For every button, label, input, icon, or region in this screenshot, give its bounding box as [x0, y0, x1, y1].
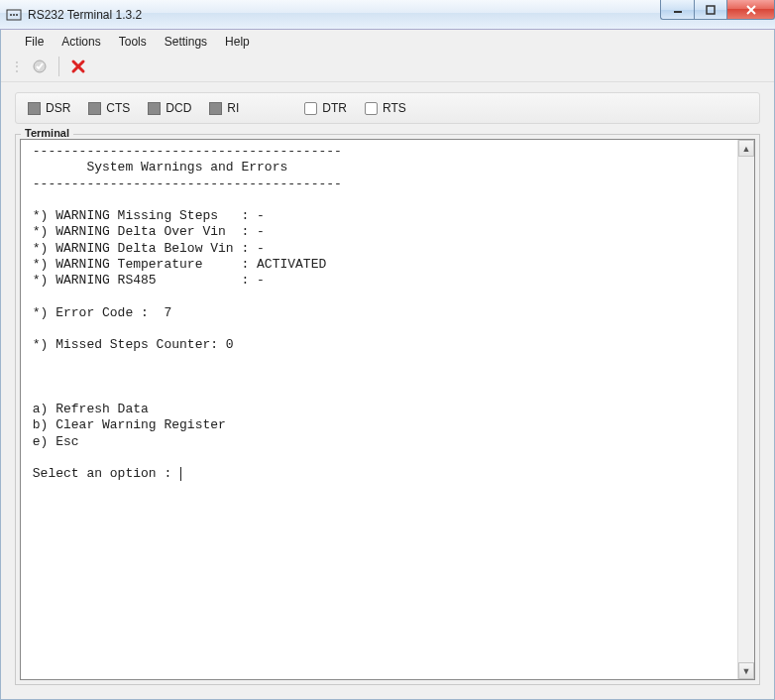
content-area: DSR CTS DCD RI DTR: [1, 82, 774, 699]
menubar: File Actions Tools Settings Help: [1, 30, 774, 54]
checkbox-icon[interactable]: [365, 102, 378, 115]
terminal-scrollbar[interactable]: ▲ ▼: [737, 140, 754, 679]
menu-actions[interactable]: Actions: [54, 33, 108, 51]
toolbar: ⋮: [1, 54, 774, 82]
titlebar[interactable]: RS232 Terminal 1.3.2: [0, 0, 775, 30]
led-icon: [148, 102, 161, 115]
signal-dtr-label: DTR: [322, 101, 347, 115]
app-icon: [6, 7, 22, 23]
menu-settings[interactable]: Settings: [157, 33, 215, 51]
app-window: RS232 Terminal 1.3.2 File Actions Tools …: [0, 0, 775, 700]
terminal-frame: ----------------------------------------…: [20, 139, 755, 680]
signal-ri-label: RI: [227, 101, 239, 115]
led-icon: [28, 102, 41, 115]
led-icon: [209, 102, 222, 115]
scroll-up-button[interactable]: ▲: [738, 140, 754, 157]
terminal-output[interactable]: ----------------------------------------…: [21, 140, 737, 679]
signal-panel: DSR CTS DCD RI DTR: [15, 92, 760, 124]
checkbox-icon[interactable]: [304, 102, 317, 115]
terminal-text: ----------------------------------------…: [25, 144, 342, 481]
window-controls: [660, 0, 775, 29]
minimize-button[interactable]: [660, 0, 694, 20]
signal-dsr: DSR: [28, 101, 70, 115]
signal-rts-label: RTS: [383, 101, 406, 115]
svg-rect-5: [707, 6, 715, 14]
maximize-button[interactable]: [694, 0, 727, 20]
text-cursor-icon: [180, 467, 181, 481]
signal-cts-label: CTS: [106, 101, 130, 115]
signal-dsr-label: DSR: [46, 101, 70, 115]
signal-ri: RI: [209, 101, 239, 115]
toolbar-divider: [58, 57, 59, 76]
signal-rts[interactable]: RTS: [365, 101, 406, 115]
signal-dcd: DCD: [148, 101, 191, 115]
disconnect-button[interactable]: [67, 56, 89, 77]
scroll-down-button[interactable]: ▼: [738, 662, 754, 679]
connect-button[interactable]: [29, 56, 51, 77]
menu-tools[interactable]: Tools: [111, 33, 155, 51]
menu-help[interactable]: Help: [217, 33, 258, 51]
client-area: File Actions Tools Settings Help ⋮: [0, 30, 775, 700]
close-button[interactable]: [727, 0, 775, 20]
signal-cts: CTS: [88, 101, 130, 115]
signal-dtr[interactable]: DTR: [304, 101, 347, 115]
signal-dcd-label: DCD: [166, 101, 191, 115]
svg-point-1: [10, 14, 12, 16]
svg-point-3: [16, 14, 18, 16]
terminal-group: Terminal -------------------------------…: [15, 134, 760, 685]
window-title: RS232 Terminal 1.3.2: [28, 8, 660, 22]
led-icon: [88, 102, 101, 115]
terminal-group-label: Terminal: [21, 127, 73, 139]
menu-file[interactable]: File: [17, 33, 52, 51]
svg-point-2: [13, 14, 15, 16]
toolbar-grip-icon: ⋮: [11, 59, 23, 73]
